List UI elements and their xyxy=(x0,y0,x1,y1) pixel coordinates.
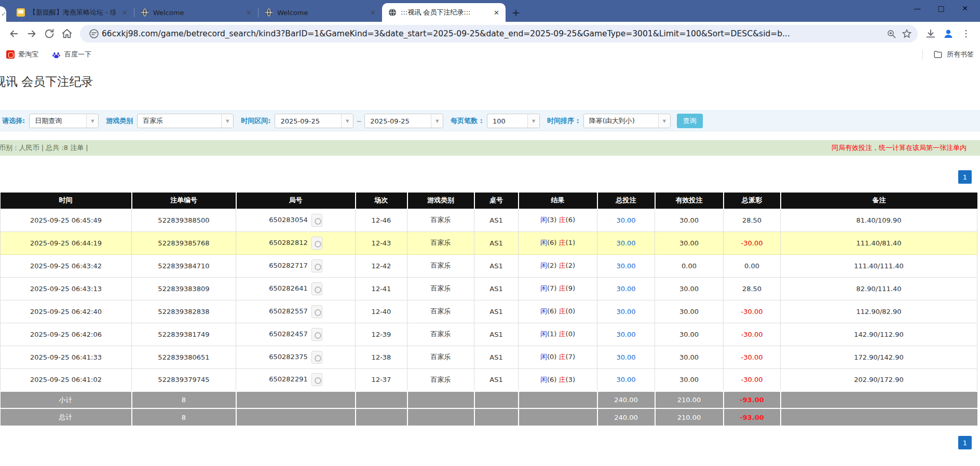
cell-table-no: AS1 xyxy=(474,254,519,277)
tab-close-icon[interactable]: ✕ xyxy=(244,9,254,17)
video-replay-icon[interactable] xyxy=(311,259,322,272)
tab-close-icon[interactable]: ✕ xyxy=(368,9,378,17)
date-range-label: 时间区间: xyxy=(241,116,270,126)
back-icon[interactable] xyxy=(5,25,23,43)
cell-time: 2025-09-25 06:42:06 xyxy=(1,323,132,346)
total-bet-link[interactable]: 30.00 xyxy=(616,216,635,224)
cell-session: 12-46 xyxy=(356,209,407,231)
cell-table-no: AS1 xyxy=(474,323,519,346)
cell-round-id: 650282457 xyxy=(236,323,356,346)
url-text[interactable]: 66cxkj98.com/game/betrecord_search/kind3… xyxy=(102,29,883,38)
query-type-select[interactable]: 日期查询 ▼ xyxy=(29,114,99,128)
site-settings-icon[interactable] xyxy=(86,26,102,42)
total-bet-link[interactable]: 30.00 xyxy=(616,239,635,247)
chevron-down-icon[interactable]: ▼ xyxy=(221,114,233,128)
baidu-icon xyxy=(52,50,61,59)
video-replay-icon[interactable] xyxy=(311,305,322,318)
total-bet-link[interactable]: 30.00 xyxy=(616,308,635,316)
chevron-down-icon[interactable]: ▼ xyxy=(431,114,443,128)
profile-avatar-icon[interactable] xyxy=(940,25,957,43)
cell-bet-id: 522839384710 xyxy=(132,254,236,277)
forward-icon[interactable] xyxy=(23,25,40,43)
video-replay-icon[interactable] xyxy=(311,351,322,364)
reload-icon[interactable] xyxy=(40,25,58,43)
query-button[interactable]: 查询 xyxy=(677,114,703,128)
all-bookmarks[interactable]: 所有书签 xyxy=(922,50,974,59)
table-row[interactable]: 2025-09-25 06:41:33 522839380651 6502823… xyxy=(1,346,977,368)
clipped-tab-stub[interactable]: ✓ xyxy=(0,6,6,22)
date-start-value: 2025-09-25 xyxy=(275,117,341,125)
tab-forum[interactable]: 【新提醒】海燕策略论坛 - 综合 ✕ xyxy=(10,3,134,22)
chevron-down-icon[interactable]: ▼ xyxy=(658,114,670,128)
table-row[interactable]: 2025-09-25 06:42:40 522839382838 6502825… xyxy=(1,300,977,323)
menu-dots-icon[interactable] xyxy=(957,25,975,43)
cell-result: 闲(6) 庄(0) xyxy=(519,300,597,323)
window-close-button[interactable]: ✕ xyxy=(953,0,977,17)
table-row[interactable]: 2025-09-25 06:41:02 522839379745 6502822… xyxy=(1,368,977,391)
cell-payout: 28.50 xyxy=(724,209,781,231)
date-start-select[interactable]: 2025-09-25 ▼ xyxy=(275,114,353,128)
cell-bet-id: 522839388500 xyxy=(132,209,236,231)
cell-time: 2025-09-25 06:41:33 xyxy=(1,346,132,368)
cell-session: 12-38 xyxy=(356,346,407,368)
total-bet-link[interactable]: 30.00 xyxy=(616,262,635,270)
zoom-icon[interactable] xyxy=(883,26,899,42)
new-tab-button[interactable]: + xyxy=(509,5,523,20)
summary-valid-bet: 210.00 xyxy=(655,408,724,426)
pagination-page-1-bottom[interactable]: 1 xyxy=(958,436,972,449)
table-header-row: 时间 注单编号 局号 场次 游戏类别 桌号 结果 总投注 有效投注 总派彩 备注 xyxy=(1,193,977,209)
pagination-page-1-top[interactable]: 1 xyxy=(958,170,972,184)
bookmark-star-icon[interactable] xyxy=(899,26,915,42)
cell-total-bet: 30.00 xyxy=(597,254,655,277)
chevron-down-icon[interactable]: ▼ xyxy=(86,114,98,128)
cell-round-id: 650282641 xyxy=(236,277,356,300)
chevron-down-icon[interactable]: ▼ xyxy=(341,114,353,128)
tab-bet-record-active[interactable]: :::视讯 会员下注纪录::: ✕ xyxy=(382,3,506,22)
video-replay-icon[interactable] xyxy=(311,237,322,250)
cell-time: 2025-09-25 06:45:49 xyxy=(1,209,132,231)
tab-close-icon[interactable]: ✕ xyxy=(492,9,501,17)
sort-select[interactable]: 降幂(由大到小) ▼ xyxy=(583,114,671,128)
video-replay-icon[interactable] xyxy=(311,328,322,341)
cell-table-no: AS1 xyxy=(474,346,519,368)
cell-table-no: AS1 xyxy=(474,209,519,231)
tab-welcome-1[interactable]: Welcome ✕ xyxy=(134,3,258,22)
table-row[interactable]: 2025-09-25 06:42:06 522839381749 6502824… xyxy=(1,323,977,346)
cell-valid-bet: 30.00 xyxy=(655,231,724,254)
cell-total-bet: 30.00 xyxy=(597,277,655,300)
cell-result: 闲(6) 庄(3) xyxy=(519,368,597,391)
bookmark-taobao[interactable]: 爱淘宝 xyxy=(6,50,38,59)
table-row[interactable]: 2025-09-25 06:43:42 522839384710 6502827… xyxy=(1,254,977,277)
total-bet-link[interactable]: 30.00 xyxy=(616,331,635,338)
cell-valid-bet: 30.00 xyxy=(655,368,724,391)
window-minimize-button[interactable]: — xyxy=(905,0,929,17)
home-icon[interactable] xyxy=(58,25,76,43)
per-page-label: 每页笔数 : xyxy=(451,116,483,126)
window-maximize-button[interactable]: □ xyxy=(929,0,953,17)
video-replay-icon[interactable] xyxy=(311,282,322,295)
table-row[interactable]: 2025-09-25 06:45:49 522839388500 6502830… xyxy=(1,209,977,231)
total-bet-link[interactable]: 30.00 xyxy=(616,285,635,293)
video-replay-icon[interactable] xyxy=(311,373,322,386)
table-row[interactable]: 2025-09-25 06:44:19 522839385768 6502828… xyxy=(1,231,977,254)
game-type-select[interactable]: 百家乐 ▼ xyxy=(137,114,234,128)
downloads-icon[interactable] xyxy=(922,25,940,43)
cell-note: 112.90/82.90 xyxy=(781,300,977,323)
table-row[interactable]: 2025-09-25 06:43:13 522839383809 6502826… xyxy=(1,277,977,300)
cell-game-type: 百家乐 xyxy=(407,300,474,323)
date-end-select[interactable]: 2025-09-25 ▼ xyxy=(364,114,443,128)
per-page-select[interactable]: 100 ▼ xyxy=(487,114,540,128)
column-header-table-no: 桌号 xyxy=(474,193,519,209)
summary-total-bet: 240.00 xyxy=(597,408,655,426)
tab-welcome-2[interactable]: Welcome ✕ xyxy=(258,3,382,22)
cell-bet-id: 522839383809 xyxy=(132,277,236,300)
video-replay-icon[interactable] xyxy=(311,214,322,227)
url-bar[interactable]: 66cxkj98.com/game/betrecord_search/kind3… xyxy=(80,25,918,43)
chevron-down-icon[interactable]: ▼ xyxy=(527,114,539,128)
total-bet-link[interactable]: 30.00 xyxy=(616,376,635,383)
bookmark-baidu[interactable]: 百度一下 xyxy=(52,50,91,59)
cell-result: 闲(7) 庄(9) xyxy=(519,277,597,300)
total-bet-link[interactable]: 30.00 xyxy=(616,353,635,361)
column-header-payout: 总派彩 xyxy=(724,193,781,209)
tab-close-icon[interactable]: ✕ xyxy=(120,9,130,17)
